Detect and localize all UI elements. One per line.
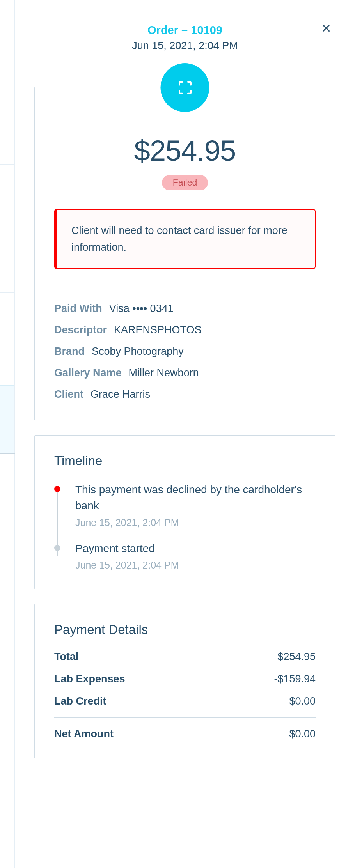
payment-details-title: Payment Details xyxy=(54,622,316,637)
timeline-event-time: June 15, 2021, 2:04 PM xyxy=(75,517,316,528)
modal-header: Order – 10109 Jun 15, 2021, 2:04 PM xyxy=(34,0,335,60)
sidebar-highlight xyxy=(0,385,14,454)
sidebar-divider xyxy=(0,164,15,165)
detail-brand: Brand Scoby Photography xyxy=(54,345,316,358)
order-title: Order – 10109 xyxy=(34,24,335,37)
payment-label: Net Amount xyxy=(54,728,114,740)
payment-label: Total xyxy=(54,651,79,663)
detail-label: Client xyxy=(54,388,83,400)
payment-row-lab-expenses: Lab Expenses -$159.94 xyxy=(54,673,316,685)
timeline-item: This payment was declined by the cardhol… xyxy=(54,482,316,540)
detail-gallery: Gallery Name Miller Newborn xyxy=(54,367,316,379)
sidebar-divider xyxy=(0,292,15,293)
detail-label: Paid With xyxy=(54,303,102,315)
detail-client: Client Grace Harris xyxy=(54,388,316,400)
scan-icon xyxy=(176,79,193,96)
detail-value: Grace Harris xyxy=(91,388,150,400)
payment-value: $0.00 xyxy=(289,695,316,707)
timeline-content: Payment started June 15, 2021, 2:04 PM xyxy=(75,541,316,571)
close-icon xyxy=(321,23,331,33)
payment-label: Lab Expenses xyxy=(54,673,125,685)
payment-label: Lab Credit xyxy=(54,695,106,707)
detail-value: Visa •••• 0341 xyxy=(109,303,174,315)
timeline-dot-icon xyxy=(54,545,60,551)
scan-icon-circle xyxy=(161,63,209,112)
payment-value: -$159.94 xyxy=(274,673,316,685)
detail-label: Gallery Name xyxy=(54,367,122,379)
divider xyxy=(54,287,316,287)
detail-value: KARENSPHOTOS xyxy=(114,324,202,336)
divider xyxy=(54,717,316,718)
sidebar-divider xyxy=(0,453,15,454)
timeline-content: This payment was declined by the cardhol… xyxy=(75,482,316,540)
sidebar-divider xyxy=(0,329,15,329)
detail-paid-with: Paid With Visa •••• 0341 xyxy=(54,303,316,315)
order-date: Jun 15, 2021, 2:04 PM xyxy=(34,40,335,52)
alert-message: Client will need to contact card issuer … xyxy=(54,209,316,269)
payment-row-lab-credit: Lab Credit $0.00 xyxy=(54,695,316,707)
payment-details-card: Payment Details Total $254.95 Lab Expens… xyxy=(34,604,335,758)
timeline-event-title: Payment started xyxy=(75,541,316,557)
timeline-event-time: June 15, 2021, 2:04 PM xyxy=(75,560,316,571)
timeline-card: Timeline This payment was declined by th… xyxy=(34,435,335,589)
order-amount: $254.95 xyxy=(54,134,316,167)
payment-value: $254.95 xyxy=(277,651,316,663)
payment-row-net: Net Amount $0.00 xyxy=(54,728,316,740)
timeline-dot-icon xyxy=(54,486,60,492)
timeline-event-title: This payment was declined by the cardhol… xyxy=(75,482,316,514)
detail-descriptor: Descriptor KARENSPHOTOS xyxy=(54,324,316,336)
detail-label: Descriptor xyxy=(54,324,107,336)
payment-value: $0.00 xyxy=(289,728,316,740)
detail-label: Brand xyxy=(54,345,85,358)
close-button[interactable] xyxy=(320,23,332,35)
status-badge: Failed xyxy=(162,175,208,190)
summary-card: $254.95 Failed Client will need to conta… xyxy=(34,87,335,420)
detail-value: Miller Newborn xyxy=(129,367,199,379)
timeline-item: Payment started June 15, 2021, 2:04 PM xyxy=(54,541,316,571)
timeline-title: Timeline xyxy=(54,453,316,468)
payment-row-total: Total $254.95 xyxy=(54,651,316,663)
detail-value: Scoby Photography xyxy=(92,345,184,358)
